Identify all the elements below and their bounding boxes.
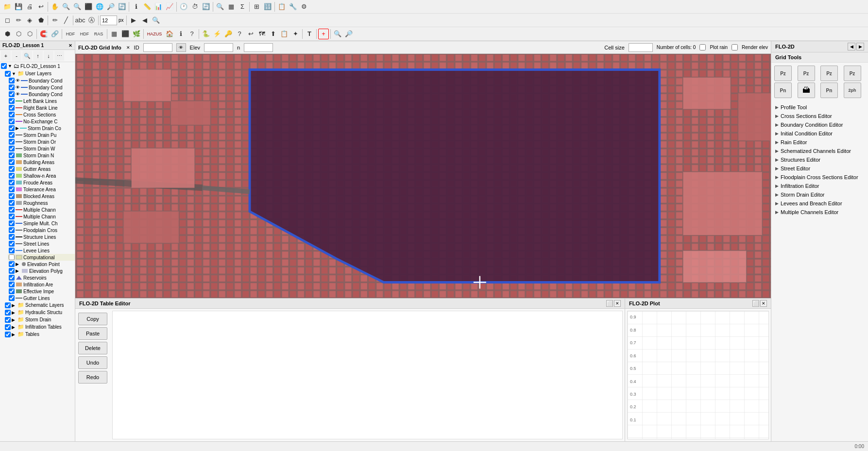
li-expand[interactable]: ▶	[16, 262, 20, 267]
layer-root[interactable]: ▼ 🗂 FLO-2D_Lesson 1	[0, 62, 75, 70]
tb3-snap[interactable]: 🧲	[38, 29, 49, 39]
layer-root-check[interactable]	[1, 63, 7, 69]
group-tables[interactable]: ▶ 📁 Tables	[4, 331, 75, 338]
tb3-misc4[interactable]: ?	[234, 29, 245, 39]
tb2-misc3[interactable]: 🔍	[151, 15, 161, 26]
tb-clock[interactable]: ⏱	[189, 1, 200, 12]
copy-button[interactable]: Copy	[78, 313, 107, 325]
li-check[interactable]	[9, 84, 15, 90]
group-check[interactable]	[5, 332, 11, 337]
tb-misc2[interactable]: 🔧	[288, 1, 298, 12]
li-check[interactable]	[9, 282, 15, 287]
paste-button[interactable]: Paste	[78, 327, 107, 340]
plot-restore-btn[interactable]: ⬜	[752, 300, 759, 307]
li-expand[interactable]: ▶	[16, 126, 19, 131]
group-stormdrain[interactable]: ▶ 📁 Storm Drain	[4, 316, 75, 323]
layer-boundary2[interactable]: 👁 Boundary Cond	[8, 84, 75, 91]
tb3-misc5[interactable]: ↩	[245, 29, 256, 39]
tb2-node[interactable]: ◈	[24, 15, 35, 26]
tb2-edit[interactable]: ✏	[13, 15, 24, 26]
tb-misc1[interactable]: 📋	[276, 1, 287, 12]
li-check[interactable]	[9, 139, 15, 145]
menu-boundary-cond[interactable]: ▶ Boundary Condition Editor	[771, 120, 868, 129]
group-check[interactable]	[5, 71, 11, 77]
tb-grid[interactable]: ▦	[226, 1, 237, 12]
grid-tool-pz1[interactable]: Pz	[774, 66, 792, 81]
menu-profile-tool[interactable]: ▶ Profile Tool	[771, 103, 868, 112]
tb3-misc6[interactable]: 🗺	[256, 29, 267, 39]
layers-close[interactable]: ✕	[68, 43, 72, 48]
menu-cross-sections[interactable]: ▶ Cross Sections Editor	[771, 112, 868, 120]
grid-tool-mountain[interactable]: 🏔	[798, 83, 815, 98]
group-expand[interactable]: ▶	[12, 332, 17, 337]
li-check[interactable]	[9, 254, 15, 260]
tb3-flo2[interactable]: HDF	[78, 29, 91, 39]
tb-zoom-out[interactable]: 🔍	[72, 1, 83, 12]
li-check[interactable]	[9, 241, 15, 247]
li-check[interactable]	[9, 214, 15, 219]
tb-misc3[interactable]: ⚙	[299, 1, 309, 12]
layer-boundary3[interactable]: 👁 Boundary Cond	[8, 91, 75, 98]
li-check[interactable]	[9, 132, 15, 138]
grid-tool-pn2[interactable]: Pn	[820, 83, 838, 98]
li-vis[interactable]: 👁	[16, 78, 20, 83]
font-size-input[interactable]	[100, 16, 117, 25]
group-check[interactable]	[5, 324, 11, 330]
tb3-snap2[interactable]: 🔗	[50, 29, 60, 39]
tb-zoom-layer[interactable]: 🔎	[105, 1, 116, 12]
layer-tb-filter[interactable]: 🔍	[22, 51, 32, 61]
li-check[interactable]	[9, 275, 15, 281]
tb3-help[interactable]: ?	[187, 29, 197, 39]
layer-simplemult[interactable]: Simple Mult. Ch	[8, 220, 75, 227]
layer-tb-more[interactable]: ⋯	[54, 51, 64, 61]
group-expand[interactable]: ▶	[12, 310, 17, 315]
tb3-info[interactable]: ℹ	[175, 29, 186, 39]
tb3-flo1[interactable]: HDF	[64, 29, 77, 39]
layer-gutterlines[interactable]: Gutter Lines	[8, 295, 75, 301]
rp-btn2[interactable]: ▶	[856, 43, 864, 50]
rp-btn1[interactable]: ◀	[848, 43, 855, 50]
layer-froude[interactable]: Froude Areas	[8, 179, 75, 186]
eye-btn[interactable]: 👁	[176, 43, 186, 52]
elev-input[interactable]	[204, 43, 233, 52]
layer-tb-remove[interactable]: -	[12, 51, 21, 61]
n-input[interactable]	[244, 43, 273, 52]
render-elev-check[interactable]	[732, 44, 738, 50]
li-check[interactable]	[9, 200, 15, 206]
layer-infiltration-are[interactable]: Infiltration Are	[8, 281, 75, 288]
li-check[interactable]	[9, 152, 15, 158]
layer-tb-up[interactable]: ↑	[33, 51, 43, 61]
tb3-3[interactable]: ⬡	[24, 29, 35, 39]
layer-elevpoint[interactable]: ▶ Elevation Point	[8, 261, 75, 267]
layer-boundary1[interactable]: 👁 Boundary Cond	[8, 77, 75, 84]
tb3-misc8[interactable]: 📋	[279, 29, 289, 39]
tb-folder[interactable]: 📁	[2, 1, 13, 12]
group-hydraulic[interactable]: ▶ 📁 Hydraulic Structu	[4, 309, 75, 316]
tb3-search2[interactable]: 🔍	[332, 29, 343, 39]
layer-stormdrain-n[interactable]: Storm Drain N	[8, 152, 75, 159]
layer-effectiveimp[interactable]: Effective Impe	[8, 288, 75, 295]
tb-calc[interactable]: 🔢	[262, 1, 273, 12]
tb3-T[interactable]: T	[304, 29, 315, 39]
li-check[interactable]	[9, 288, 15, 294]
menu-schematized[interactable]: ▶ Schematized Channels Editor	[771, 147, 868, 155]
li-check[interactable]	[9, 234, 15, 240]
tb3-misc7[interactable]: ⬆	[268, 29, 278, 39]
tb3-1[interactable]: ⬢	[2, 29, 13, 39]
plot-rain-check[interactable]	[699, 44, 706, 50]
grid-tool-2ph[interactable]: 2ph	[844, 83, 861, 98]
tb3-plus[interactable]: +	[318, 29, 329, 39]
tb2-misc2[interactable]: ◀	[139, 15, 150, 26]
layer-roughness[interactable]: Roughness	[8, 200, 75, 206]
group-expand[interactable]: ▶	[12, 325, 17, 330]
layer-noexchange[interactable]: No-Exchange C	[8, 118, 75, 125]
menu-floodplain[interactable]: ▶ Floodplain Cross Sections Editor	[771, 173, 868, 182]
tb-zoom-sel[interactable]: ⬛	[83, 1, 94, 12]
group-schematic[interactable]: ▶ 📁 Schematic Layers	[4, 301, 75, 309]
li-check[interactable]	[9, 118, 15, 124]
tb2-draw[interactable]: ✏	[50, 15, 60, 26]
tb-refresh[interactable]: 🔄	[117, 1, 127, 12]
tb-zoom-in[interactable]: 🔍	[61, 1, 71, 12]
group-check[interactable]	[5, 317, 11, 323]
group-expand[interactable]: ▶	[12, 303, 17, 308]
